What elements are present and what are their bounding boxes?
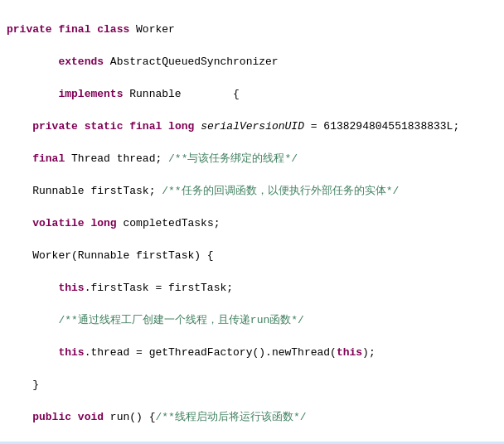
line-14-highlight: runWorker(this); (0, 442, 504, 445)
line-7: volatile long completedTasks; (7, 215, 497, 232)
line-13: public void run() {/**线程启动后将运行该函数*/ (7, 409, 497, 426)
line-12: } (7, 377, 497, 393)
line-1: private final class Worker (7, 22, 497, 38)
line-5: final Thread thread; /**与该任务绑定的线程*/ (7, 151, 497, 167)
code-container: private final class Worker extends Abstr… (7, 5, 497, 444)
line-6: Runnable firstTask; /**任务的回调函数，以便执行外部任务的… (7, 183, 497, 200)
line-14: runWorker(this); (7, 442, 504, 445)
line-8: Worker(Runnable firstTask) { (7, 248, 497, 264)
line-10: /**通过线程工厂创建一个线程，且传递run函数*/ (7, 312, 497, 329)
line-11: this.thread = getThreadFactory().newThre… (7, 345, 497, 361)
line-9: this.firstTask = firstTask; (7, 280, 497, 297)
line-4: private static final long serialVersionU… (7, 118, 497, 135)
line-3: implements Runnable { (7, 86, 497, 103)
line-2: extends AbstractQueuedSynchronizer (7, 54, 497, 70)
